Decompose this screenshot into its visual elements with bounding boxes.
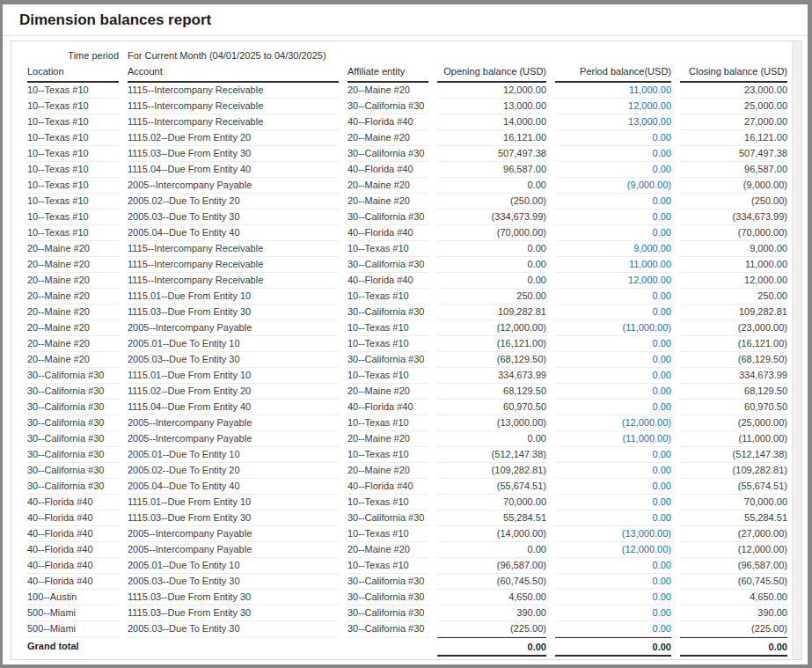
opening-balance-cell: 60,970.50 [437,400,546,415]
table-row: 30--California #301115.01--Due From Enti… [27,368,770,384]
report-window: Dimension balances report Time period Fo… [0,0,812,668]
table-row: 20--Maine #201115--Intercompany Receivab… [27,273,770,289]
opening-balance-cell: (96,587.00) [437,558,546,574]
table-row: 10--Texas #102005.03--Due To Entity 3030… [27,209,770,225]
closing-balance-cell: (70,000.00) [680,225,787,241]
period-balance-link[interactable]: 0.00 [555,574,671,590]
period-balance-link[interactable]: 9,000.00 [555,241,671,257]
account-cell: 1115.03--Due From Entity 30 [128,510,339,526]
period-balance-link[interactable]: 11,000.00 [555,257,671,273]
location-cell: 10--Texas #10 [27,209,119,225]
table-row: 20--Maine #202005.01--Due To Entity 1010… [27,336,770,352]
grand-total-closing: 0.00 [680,637,787,657]
period-balance-link[interactable]: 0.00 [555,289,671,305]
affiliate-entity-cell: 30--California #30 [347,574,428,590]
table-row: 30--California #301115.04--Due From Enti… [27,400,770,415]
closing-balance-cell: 12,000.00 [680,273,787,289]
account-cell: 2005--Intercompany Payable [128,320,339,336]
table-row: 10--Texas #102005.02--Due To Entity 2020… [27,194,770,209]
period-balance-link[interactable]: 0.00 [555,384,671,400]
account-cell: 2005.01--Due To Entity 10 [128,447,339,463]
column-header-row: Location Account Affiliate entity Openin… [27,64,770,83]
location-cell: 100--Austin [27,590,119,606]
period-balance-link[interactable]: (12,000.00) [555,542,671,558]
period-balance-link[interactable]: 0.00 [555,447,671,463]
period-balance-link[interactable]: 0.00 [555,558,671,574]
period-balance-link[interactable]: 0.00 [555,590,671,606]
account-cell: 1115.03--Due From Entity 30 [128,146,339,162]
affiliate-entity-cell: 20--Maine #20 [347,384,428,400]
table-row: 40--Florida #402005--Intercompany Payabl… [27,542,770,558]
period-balance-link[interactable]: 0.00 [555,368,671,384]
period-balance-link[interactable]: 0.00 [555,162,671,178]
period-balance-link[interactable]: 13,000.00 [555,114,671,130]
table-row: 100--Austin1115.03--Due From Entity 3030… [27,590,770,606]
location-cell: 20--Maine #20 [27,320,119,336]
affiliate-entity-cell: 10--Texas #10 [347,415,428,431]
location-cell: 20--Maine #20 [27,305,119,320]
closing-balance-cell: 334,673.99 [680,368,787,384]
period-balance-link[interactable]: 0.00 [555,336,671,352]
location-cell: 10--Texas #10 [27,194,119,209]
period-balance-link[interactable]: (11,000.00) [555,320,671,336]
table-row: 20--Maine #202005.03--Due To Entity 3030… [27,352,770,368]
closing-balance-cell: 4,650.00 [680,590,787,606]
location-cell: 10--Texas #10 [27,146,119,162]
closing-balance-cell: (16,121.00) [680,336,787,352]
period-balance-link[interactable]: (12,000.00) [555,415,671,431]
location-cell: 10--Texas #10 [27,114,119,130]
period-balance-link[interactable]: 0.00 [555,510,671,526]
opening-balance-cell: 70,000.00 [437,495,546,510]
location-cell: 30--California #30 [27,384,119,400]
account-cell: 1115.04--Due From Entity 40 [128,400,339,415]
location-cell: 20--Maine #20 [27,336,119,352]
period-balance-link[interactable]: 0.00 [555,209,671,225]
account-cell: 2005.03--Due To Entity 30 [128,574,339,590]
location-cell: 30--California #30 [27,479,119,495]
affiliate-entity-cell: 20--Maine #20 [347,178,428,194]
account-cell: 2005--Intercompany Payable [128,526,339,542]
period-balance-link[interactable]: 11,000.00 [555,83,671,99]
report-header: Dimension balances report [3,4,808,36]
account-cell: 2005--Intercompany Payable [128,178,339,194]
period-balance-link[interactable]: 0.00 [555,146,671,162]
period-balance-link[interactable]: 0.00 [555,606,671,621]
closing-balance-cell: 109,282.81 [680,305,787,320]
period-balance-link[interactable]: 0.00 [555,225,671,241]
period-balance-link[interactable]: 0.00 [555,194,671,209]
table-row: 20--Maine #201115--Intercompany Receivab… [27,241,770,257]
period-balance-link[interactable]: (11,000.00) [555,431,671,447]
period-balance-link[interactable]: 0.00 [555,621,671,637]
table-row: 30--California #302005--Intercompany Pay… [27,431,770,447]
location-cell: 20--Maine #20 [27,257,119,273]
period-balance-link[interactable]: 0.00 [555,495,671,510]
closing-balance-cell: 55,284.51 [680,510,787,526]
time-period-value: For Current Month (04/01/2025 to 04/30/2… [128,48,787,63]
closing-balance-cell: 60,970.50 [680,400,787,415]
closing-balance-cell: 507,497.38 [680,146,787,162]
account-cell: 2005.03--Due To Entity 30 [128,352,339,368]
period-balance-link[interactable]: 0.00 [555,130,671,146]
closing-balance-cell: (68,129.50) [680,352,787,368]
period-balance-link[interactable]: 12,000.00 [555,99,671,114]
opening-balance-cell: 55,284.51 [437,510,546,526]
period-balance-link[interactable]: 0.00 [555,463,671,479]
closing-balance-cell: 27,000.00 [680,114,787,130]
location-cell: 10--Texas #10 [27,178,119,194]
period-balance-link[interactable]: (13,000.00) [555,526,671,542]
affiliate-entity-cell: 10--Texas #10 [347,495,428,510]
opening-balance-cell: 334,673.99 [437,368,546,384]
closing-balance-cell: (25,000.00) [680,415,787,431]
period-balance-link[interactable]: 0.00 [555,305,671,320]
affiliate-entity-cell: 10--Texas #10 [347,241,428,257]
period-balance-link[interactable]: (9,000.00) [555,178,671,194]
opening-balance-cell: 13,000.00 [437,99,546,114]
vertical-scrollbar[interactable] [792,41,801,659]
period-balance-link[interactable]: 0.00 [555,352,671,368]
closing-balance-cell: (27,000.00) [680,526,787,542]
period-balance-link[interactable]: 0.00 [555,400,671,415]
period-balance-link[interactable]: 0.00 [555,479,671,495]
account-cell: 1115--Intercompany Receivable [128,83,339,99]
affiliate-entity-cell: 30--California #30 [347,257,428,273]
period-balance-link[interactable]: 12,000.00 [555,273,671,289]
